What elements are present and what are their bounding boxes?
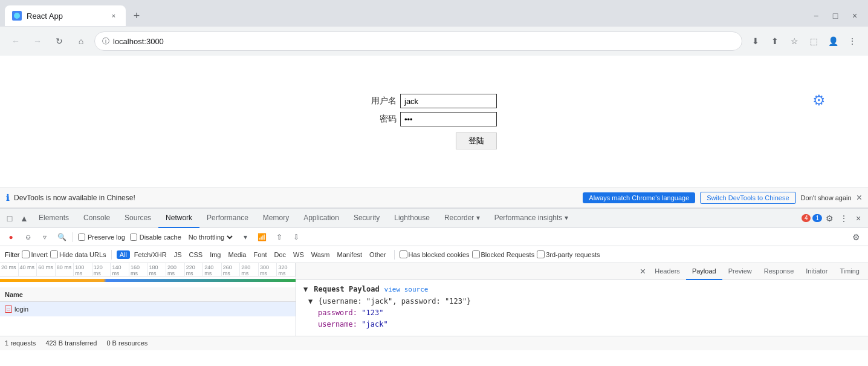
- blocked-requests-group: Blocked Requests: [472, 250, 535, 258]
- devtools-close-icon[interactable]: ×: [851, 211, 866, 226]
- filter-other-button[interactable]: Other: [366, 250, 389, 259]
- download-icon-net[interactable]: ⇩: [290, 231, 302, 243]
- tab-elements[interactable]: Elements: [31, 209, 76, 228]
- invert-checkbox[interactable]: [22, 250, 30, 258]
- details-close-button[interactable]: ×: [636, 266, 649, 278]
- payload-username-line: username: "jack": [318, 319, 861, 330]
- tick-120: 120 ms: [92, 263, 111, 276]
- filter-icon[interactable]: ▿: [39, 231, 51, 243]
- username-row: 用户名: [371, 94, 497, 108]
- maximize-button[interactable]: □: [827, 7, 844, 24]
- third-party-checkbox[interactable]: [537, 250, 545, 258]
- settings-icon[interactable]: ⚙: [812, 92, 826, 109]
- upload-icon[interactable]: ⇧: [273, 231, 285, 243]
- devtools-more-icon[interactable]: ⋮: [837, 211, 851, 226]
- filter-wasm-button[interactable]: Wasm: [308, 250, 333, 259]
- match-language-button[interactable]: Always match Chrome's language: [583, 192, 695, 203]
- minimize-button[interactable]: −: [808, 7, 824, 24]
- password-label: 密码: [380, 114, 397, 125]
- back-button[interactable]: ←: [7, 33, 24, 50]
- bookmark-icon[interactable]: ☆: [786, 33, 803, 50]
- request-icon: □: [5, 306, 12, 313]
- dont-show-again-link[interactable]: Don't show again: [801, 194, 852, 201]
- home-button[interactable]: ⌂: [73, 33, 89, 50]
- tab-security[interactable]: Security: [346, 209, 387, 228]
- record-button[interactable]: ●: [5, 231, 17, 243]
- collapse-arrow[interactable]: ▼: [303, 285, 308, 293]
- device-toolbar-icon[interactable]: ▲: [17, 211, 31, 226]
- settings-icon-devtools[interactable]: ⚙: [822, 211, 837, 226]
- profile-icon[interactable]: 👤: [824, 33, 841, 50]
- tick-100: 100 ms: [74, 263, 92, 276]
- forward-button[interactable]: →: [29, 33, 46, 50]
- login-button[interactable]: 登陆: [456, 132, 497, 149]
- extension-icon[interactable]: ⬚: [805, 33, 822, 50]
- password-input[interactable]: [400, 112, 497, 126]
- clear-button[interactable]: ⎉: [22, 231, 34, 243]
- reload-button[interactable]: ↻: [51, 33, 68, 50]
- username-input[interactable]: [400, 94, 497, 108]
- filter-doc-button[interactable]: Doc: [271, 250, 289, 259]
- tab-console[interactable]: Console: [76, 209, 117, 228]
- disable-cache-label: Disable cache: [140, 234, 181, 241]
- address-bar-right: ⬇ ⬆ ☆ ⬚ 👤 ⋮: [747, 33, 861, 50]
- details-tab-preview[interactable]: Preview: [722, 263, 758, 280]
- filter-media-button[interactable]: Media: [225, 250, 249, 259]
- has-blocked-cookies-checkbox[interactable]: [400, 250, 407, 258]
- filter-manifest-button[interactable]: Manifest: [334, 250, 366, 259]
- tab-network[interactable]: Network: [158, 209, 199, 228]
- filter-ws-button[interactable]: WS: [290, 250, 307, 259]
- menu-icon[interactable]: ⋮: [844, 33, 861, 50]
- payload-content: ▼ Request Payload view source ▼ {usernam…: [296, 280, 868, 336]
- page-content: 用户名 密码 登陆 ⚙: [0, 56, 868, 188]
- search-icon[interactable]: 🔍: [56, 231, 68, 243]
- blocked-requests-checkbox[interactable]: [472, 250, 480, 258]
- transferred-size: 423 B transferred: [45, 339, 97, 347]
- inspect-element-icon[interactable]: □: [2, 211, 17, 226]
- filter-all-button[interactable]: All: [117, 250, 130, 259]
- share-icon[interactable]: ⬆: [766, 33, 783, 50]
- tab-memory[interactable]: Memory: [256, 209, 296, 228]
- details-tab-timing[interactable]: Timing: [834, 263, 866, 280]
- payload-username-val: "jack": [361, 320, 387, 328]
- url-bar[interactable]: ⓘ localhost:3000: [94, 31, 742, 51]
- browser-tab-react[interactable]: React App ×: [5, 5, 126, 26]
- filter-font-button[interactable]: Font: [250, 250, 270, 259]
- throttling-select[interactable]: No throttling: [186, 233, 235, 241]
- tab-application[interactable]: Application: [296, 209, 346, 228]
- details-tab-response[interactable]: Response: [758, 263, 800, 280]
- details-tab-headers[interactable]: Headers: [649, 263, 686, 280]
- filter-img-button[interactable]: Img: [207, 250, 224, 259]
- hide-data-urls-checkbox[interactable]: [50, 250, 58, 258]
- throttle-arrow[interactable]: ▾: [239, 231, 251, 243]
- view-source-link[interactable]: view source: [384, 286, 429, 293]
- tab-sources[interactable]: Sources: [117, 209, 158, 228]
- network-settings-icon[interactable]: ⚙: [849, 230, 863, 244]
- new-tab-button[interactable]: +: [128, 7, 145, 24]
- tab-performance-insights[interactable]: Performance insights ▾: [487, 209, 575, 228]
- filter-js-button[interactable]: JS: [171, 250, 185, 259]
- payload-root-value: {username: "jack", password: "123"}: [318, 297, 471, 306]
- notification-close-button[interactable]: ×: [857, 192, 862, 203]
- tab-lighthouse[interactable]: Lighthouse: [387, 209, 437, 228]
- disable-cache-checkbox[interactable]: [130, 234, 137, 241]
- filter-css-button[interactable]: CSS: [186, 250, 206, 259]
- details-tab-initiator[interactable]: Initiator: [800, 263, 834, 280]
- preserve-log-checkbox[interactable]: [78, 234, 85, 241]
- details-tab-payload[interactable]: Payload: [686, 263, 722, 280]
- request-row-login[interactable]: □ login: [0, 302, 296, 316]
- tab-close-button[interactable]: ×: [109, 11, 118, 21]
- timeline-ruler: 20 ms 40 ms 60 ms 80 ms 100 ms 120 ms 14…: [0, 263, 296, 276]
- wifi-icon[interactable]: 📶: [256, 231, 268, 243]
- tab-performance[interactable]: Performance: [199, 209, 256, 228]
- payload-tree: ▼ {username: "jack", password: "123"} pa…: [308, 296, 861, 331]
- tick-280: 280 ms: [240, 263, 259, 276]
- filter-fetchxhr-button[interactable]: Fetch/XHR: [131, 250, 170, 259]
- tab-recorder[interactable]: Recorder ▾: [437, 209, 487, 228]
- download-icon[interactable]: ⬇: [747, 33, 764, 50]
- expand-root-arrow[interactable]: ▼: [308, 297, 313, 306]
- third-party-group: 3rd-party requests: [537, 250, 600, 258]
- network-toolbar: ● ⎉ ▿ 🔍 Preserve log Disable cache No th…: [0, 228, 868, 246]
- switch-devtools-button[interactable]: Switch DevTools to Chinese: [700, 192, 795, 204]
- browser-close-button[interactable]: ×: [846, 7, 863, 24]
